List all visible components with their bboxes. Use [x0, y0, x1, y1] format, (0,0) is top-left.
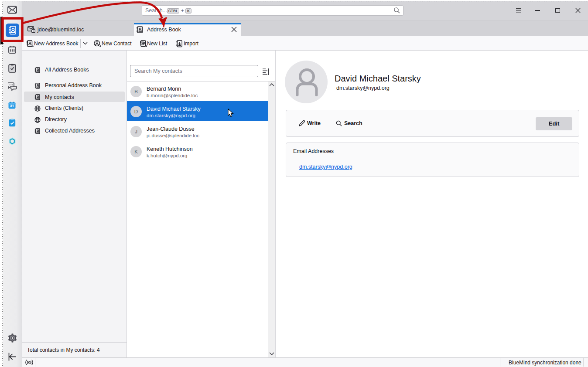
svg-text:31: 31: [10, 104, 14, 108]
